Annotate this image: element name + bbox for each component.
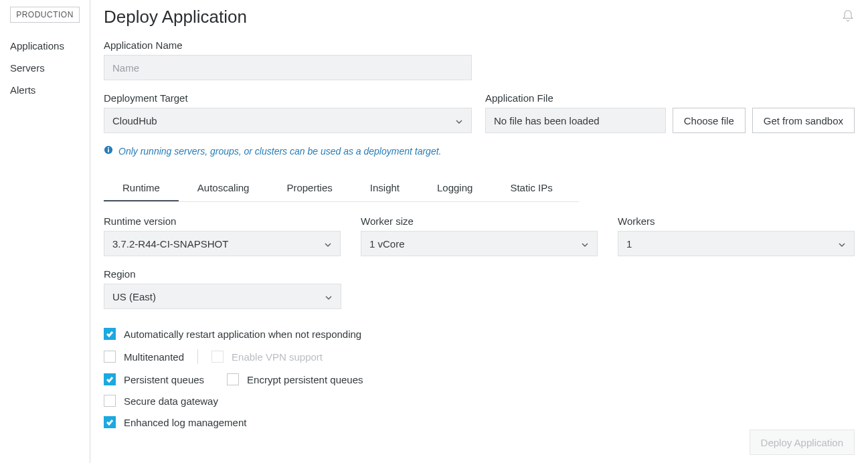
auto-restart-checkbox[interactable] bbox=[104, 328, 116, 340]
choose-file-button[interactable]: Choose file bbox=[673, 108, 746, 133]
multitenanted-checkbox[interactable] bbox=[104, 351, 116, 363]
encrypt-queues-checkbox[interactable] bbox=[227, 373, 239, 385]
worker-size-value: 1 vCore bbox=[369, 238, 405, 250]
runtime-version-select[interactable]: 3.7.2-R44-CI-SNAPSHOT bbox=[104, 231, 341, 256]
persistent-queues-label: Persistent queues bbox=[124, 374, 204, 385]
chevron-down-icon bbox=[838, 240, 846, 248]
app-name-label: Application Name bbox=[104, 39, 855, 51]
bell-icon[interactable] bbox=[841, 9, 855, 25]
tabs: Runtime Autoscaling Properties Insight L… bbox=[104, 175, 579, 202]
tab-runtime[interactable]: Runtime bbox=[104, 175, 179, 201]
deploy-target-select[interactable]: CloudHub bbox=[104, 108, 472, 133]
chevron-down-icon bbox=[325, 292, 333, 300]
worker-size-select[interactable]: 1 vCore bbox=[361, 231, 598, 256]
vpn-label: Enable VPN support bbox=[232, 351, 323, 363]
persistent-queues-checkbox[interactable] bbox=[104, 373, 116, 385]
get-from-sandbox-button[interactable]: Get from sandbox bbox=[752, 108, 855, 133]
region-value: US (East) bbox=[112, 291, 156, 302]
secure-gateway-label: Secure data gateway bbox=[124, 395, 218, 407]
chevron-down-icon bbox=[324, 240, 332, 248]
sidebar: PRODUCTION Applications Servers Alerts bbox=[0, 0, 90, 463]
workers-value: 1 bbox=[626, 238, 632, 250]
sidebar-item-servers[interactable]: Servers bbox=[10, 57, 80, 79]
app-file-label: Application File bbox=[485, 92, 855, 104]
enhanced-log-label: Enhanced log management bbox=[124, 417, 246, 428]
info-text: Only running servers, groups, or cluster… bbox=[118, 146, 441, 157]
app-file-value: No file has been loaded bbox=[494, 115, 600, 126]
svg-rect-2 bbox=[108, 147, 109, 149]
sidebar-item-applications[interactable]: Applications bbox=[10, 35, 80, 57]
workers-select[interactable]: 1 bbox=[618, 231, 855, 256]
main-content: Deploy Application Application Name Depl… bbox=[90, 0, 868, 463]
deploy-target-label: Deployment Target bbox=[104, 92, 472, 104]
region-label: Region bbox=[104, 268, 341, 280]
vpn-checkbox bbox=[211, 351, 224, 363]
deploy-target-info: Only running servers, groups, or cluster… bbox=[104, 145, 855, 157]
environment-badge[interactable]: PRODUCTION bbox=[10, 7, 80, 23]
page-title: Deploy Application bbox=[104, 7, 247, 27]
app-file-box: No file has been loaded bbox=[485, 108, 666, 133]
region-select[interactable]: US (East) bbox=[104, 284, 341, 309]
tab-insight[interactable]: Insight bbox=[351, 175, 418, 201]
multitenanted-label: Multitenanted bbox=[124, 351, 184, 363]
encrypt-queues-label: Encrypt persistent queues bbox=[247, 374, 363, 385]
info-icon bbox=[104, 145, 113, 157]
tab-properties[interactable]: Properties bbox=[268, 175, 351, 201]
deploy-target-value: CloudHub bbox=[112, 115, 157, 126]
tab-autoscaling[interactable]: Autoscaling bbox=[179, 175, 268, 201]
tab-static-ips[interactable]: Static IPs bbox=[491, 175, 571, 201]
runtime-version-value: 3.7.2-R44-CI-SNAPSHOT bbox=[112, 238, 228, 250]
secure-gateway-checkbox[interactable] bbox=[104, 395, 116, 407]
svg-rect-1 bbox=[108, 149, 109, 153]
workers-label: Workers bbox=[618, 215, 855, 227]
auto-restart-label: Automatically restart application when n… bbox=[124, 329, 361, 340]
chevron-down-icon bbox=[455, 116, 463, 124]
runtime-version-label: Runtime version bbox=[104, 215, 341, 227]
enhanced-log-checkbox[interactable] bbox=[104, 416, 116, 428]
deploy-application-button[interactable]: Deploy Application bbox=[750, 430, 855, 455]
tab-logging[interactable]: Logging bbox=[418, 175, 491, 201]
worker-size-label: Worker size bbox=[361, 215, 598, 227]
sidebar-item-alerts[interactable]: Alerts bbox=[10, 79, 80, 101]
app-name-input[interactable] bbox=[104, 55, 472, 80]
separator bbox=[197, 349, 198, 364]
chevron-down-icon bbox=[581, 240, 589, 248]
